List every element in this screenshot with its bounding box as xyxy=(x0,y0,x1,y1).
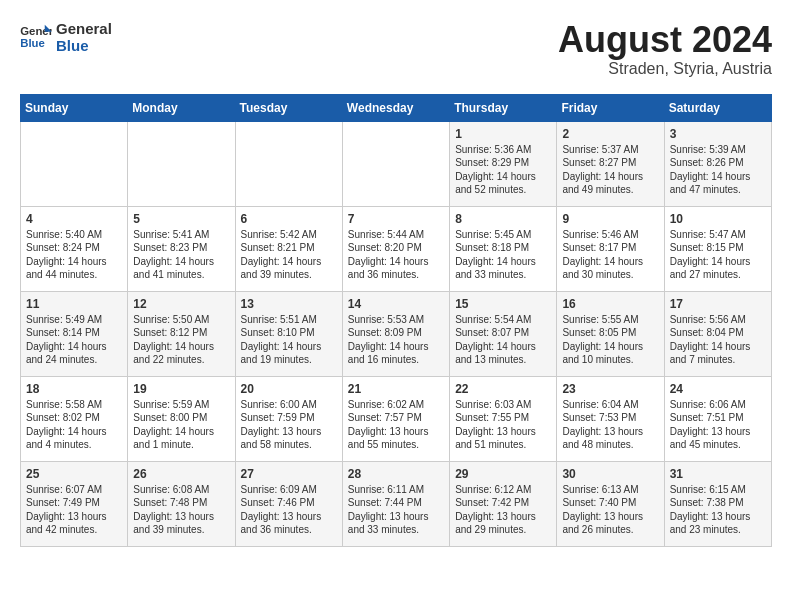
calendar-cell: 27Sunrise: 6:09 AM Sunset: 7:46 PM Dayli… xyxy=(235,461,342,546)
cell-content: Sunrise: 6:06 AM Sunset: 7:51 PM Dayligh… xyxy=(670,398,766,452)
cell-content: Sunrise: 5:55 AM Sunset: 8:05 PM Dayligh… xyxy=(562,313,658,367)
day-number: 13 xyxy=(241,297,337,311)
calendar-cell: 26Sunrise: 6:08 AM Sunset: 7:48 PM Dayli… xyxy=(128,461,235,546)
calendar-cell: 15Sunrise: 5:54 AM Sunset: 8:07 PM Dayli… xyxy=(450,291,557,376)
cell-content: Sunrise: 5:54 AM Sunset: 8:07 PM Dayligh… xyxy=(455,313,551,367)
day-number: 11 xyxy=(26,297,122,311)
cell-content: Sunrise: 6:04 AM Sunset: 7:53 PM Dayligh… xyxy=(562,398,658,452)
day-number: 15 xyxy=(455,297,551,311)
cell-content: Sunrise: 6:12 AM Sunset: 7:42 PM Dayligh… xyxy=(455,483,551,537)
weekday-header: Sunday xyxy=(21,94,128,121)
cell-content: Sunrise: 5:58 AM Sunset: 8:02 PM Dayligh… xyxy=(26,398,122,452)
day-number: 10 xyxy=(670,212,766,226)
calendar-cell: 7Sunrise: 5:44 AM Sunset: 8:20 PM Daylig… xyxy=(342,206,449,291)
cell-content: Sunrise: 6:09 AM Sunset: 7:46 PM Dayligh… xyxy=(241,483,337,537)
logo-line2: Blue xyxy=(56,37,112,54)
page-header: General Blue General Blue August 2024 St… xyxy=(20,20,772,78)
day-number: 4 xyxy=(26,212,122,226)
calendar-cell: 22Sunrise: 6:03 AM Sunset: 7:55 PM Dayli… xyxy=(450,376,557,461)
day-number: 9 xyxy=(562,212,658,226)
day-number: 16 xyxy=(562,297,658,311)
calendar-cell xyxy=(235,121,342,206)
cell-content: Sunrise: 5:45 AM Sunset: 8:18 PM Dayligh… xyxy=(455,228,551,282)
day-number: 5 xyxy=(133,212,229,226)
calendar-cell: 24Sunrise: 6:06 AM Sunset: 7:51 PM Dayli… xyxy=(664,376,771,461)
calendar-week-row: 18Sunrise: 5:58 AM Sunset: 8:02 PM Dayli… xyxy=(21,376,772,461)
calendar-cell: 18Sunrise: 5:58 AM Sunset: 8:02 PM Dayli… xyxy=(21,376,128,461)
calendar-cell xyxy=(128,121,235,206)
cell-content: Sunrise: 5:46 AM Sunset: 8:17 PM Dayligh… xyxy=(562,228,658,282)
day-number: 29 xyxy=(455,467,551,481)
calendar-cell: 25Sunrise: 6:07 AM Sunset: 7:49 PM Dayli… xyxy=(21,461,128,546)
calendar-cell: 3Sunrise: 5:39 AM Sunset: 8:26 PM Daylig… xyxy=(664,121,771,206)
calendar-cell: 30Sunrise: 6:13 AM Sunset: 7:40 PM Dayli… xyxy=(557,461,664,546)
cell-content: Sunrise: 6:11 AM Sunset: 7:44 PM Dayligh… xyxy=(348,483,444,537)
weekday-header: Wednesday xyxy=(342,94,449,121)
cell-content: Sunrise: 6:08 AM Sunset: 7:48 PM Dayligh… xyxy=(133,483,229,537)
day-number: 28 xyxy=(348,467,444,481)
calendar-cell: 5Sunrise: 5:41 AM Sunset: 8:23 PM Daylig… xyxy=(128,206,235,291)
day-number: 23 xyxy=(562,382,658,396)
calendar-header-row: SundayMondayTuesdayWednesdayThursdayFrid… xyxy=(21,94,772,121)
day-number: 8 xyxy=(455,212,551,226)
day-number: 21 xyxy=(348,382,444,396)
calendar-cell: 19Sunrise: 5:59 AM Sunset: 8:00 PM Dayli… xyxy=(128,376,235,461)
day-number: 20 xyxy=(241,382,337,396)
logo: General Blue General Blue xyxy=(20,20,112,55)
logo-icon: General Blue xyxy=(20,23,52,51)
cell-content: Sunrise: 5:36 AM Sunset: 8:29 PM Dayligh… xyxy=(455,143,551,197)
calendar-cell: 2Sunrise: 5:37 AM Sunset: 8:27 PM Daylig… xyxy=(557,121,664,206)
calendar-cell: 9Sunrise: 5:46 AM Sunset: 8:17 PM Daylig… xyxy=(557,206,664,291)
calendar-week-row: 11Sunrise: 5:49 AM Sunset: 8:14 PM Dayli… xyxy=(21,291,772,376)
calendar-cell: 28Sunrise: 6:11 AM Sunset: 7:44 PM Dayli… xyxy=(342,461,449,546)
cell-content: Sunrise: 6:15 AM Sunset: 7:38 PM Dayligh… xyxy=(670,483,766,537)
calendar-cell: 1Sunrise: 5:36 AM Sunset: 8:29 PM Daylig… xyxy=(450,121,557,206)
title-block: August 2024 Straden, Styria, Austria xyxy=(558,20,772,78)
calendar-cell: 10Sunrise: 5:47 AM Sunset: 8:15 PM Dayli… xyxy=(664,206,771,291)
calendar-cell xyxy=(342,121,449,206)
cell-content: Sunrise: 5:39 AM Sunset: 8:26 PM Dayligh… xyxy=(670,143,766,197)
day-number: 2 xyxy=(562,127,658,141)
cell-content: Sunrise: 5:42 AM Sunset: 8:21 PM Dayligh… xyxy=(241,228,337,282)
day-number: 26 xyxy=(133,467,229,481)
calendar-cell: 8Sunrise: 5:45 AM Sunset: 8:18 PM Daylig… xyxy=(450,206,557,291)
cell-content: Sunrise: 5:47 AM Sunset: 8:15 PM Dayligh… xyxy=(670,228,766,282)
cell-content: Sunrise: 6:03 AM Sunset: 7:55 PM Dayligh… xyxy=(455,398,551,452)
cell-content: Sunrise: 5:40 AM Sunset: 8:24 PM Dayligh… xyxy=(26,228,122,282)
day-number: 6 xyxy=(241,212,337,226)
day-number: 3 xyxy=(670,127,766,141)
day-number: 24 xyxy=(670,382,766,396)
cell-content: Sunrise: 5:49 AM Sunset: 8:14 PM Dayligh… xyxy=(26,313,122,367)
weekday-header: Friday xyxy=(557,94,664,121)
calendar-week-row: 25Sunrise: 6:07 AM Sunset: 7:49 PM Dayli… xyxy=(21,461,772,546)
calendar-cell: 12Sunrise: 5:50 AM Sunset: 8:12 PM Dayli… xyxy=(128,291,235,376)
day-number: 31 xyxy=(670,467,766,481)
calendar-cell: 6Sunrise: 5:42 AM Sunset: 8:21 PM Daylig… xyxy=(235,206,342,291)
day-number: 12 xyxy=(133,297,229,311)
cell-content: Sunrise: 6:07 AM Sunset: 7:49 PM Dayligh… xyxy=(26,483,122,537)
calendar-cell: 31Sunrise: 6:15 AM Sunset: 7:38 PM Dayli… xyxy=(664,461,771,546)
day-number: 30 xyxy=(562,467,658,481)
weekday-header: Tuesday xyxy=(235,94,342,121)
calendar-body: 1Sunrise: 5:36 AM Sunset: 8:29 PM Daylig… xyxy=(21,121,772,546)
cell-content: Sunrise: 5:37 AM Sunset: 8:27 PM Dayligh… xyxy=(562,143,658,197)
svg-text:Blue: Blue xyxy=(20,37,45,49)
cell-content: Sunrise: 5:59 AM Sunset: 8:00 PM Dayligh… xyxy=(133,398,229,452)
calendar-cell: 4Sunrise: 5:40 AM Sunset: 8:24 PM Daylig… xyxy=(21,206,128,291)
day-number: 27 xyxy=(241,467,337,481)
cell-content: Sunrise: 5:53 AM Sunset: 8:09 PM Dayligh… xyxy=(348,313,444,367)
calendar-cell: 11Sunrise: 5:49 AM Sunset: 8:14 PM Dayli… xyxy=(21,291,128,376)
weekday-header: Thursday xyxy=(450,94,557,121)
cell-content: Sunrise: 5:44 AM Sunset: 8:20 PM Dayligh… xyxy=(348,228,444,282)
cell-content: Sunrise: 6:13 AM Sunset: 7:40 PM Dayligh… xyxy=(562,483,658,537)
cell-content: Sunrise: 6:00 AM Sunset: 7:59 PM Dayligh… xyxy=(241,398,337,452)
calendar-cell: 23Sunrise: 6:04 AM Sunset: 7:53 PM Dayli… xyxy=(557,376,664,461)
calendar-cell: 21Sunrise: 6:02 AM Sunset: 7:57 PM Dayli… xyxy=(342,376,449,461)
day-number: 22 xyxy=(455,382,551,396)
calendar-table: SundayMondayTuesdayWednesdayThursdayFrid… xyxy=(20,94,772,547)
day-number: 17 xyxy=(670,297,766,311)
cell-content: Sunrise: 5:50 AM Sunset: 8:12 PM Dayligh… xyxy=(133,313,229,367)
calendar-cell xyxy=(21,121,128,206)
location: Straden, Styria, Austria xyxy=(558,60,772,78)
calendar-cell: 17Sunrise: 5:56 AM Sunset: 8:04 PM Dayli… xyxy=(664,291,771,376)
